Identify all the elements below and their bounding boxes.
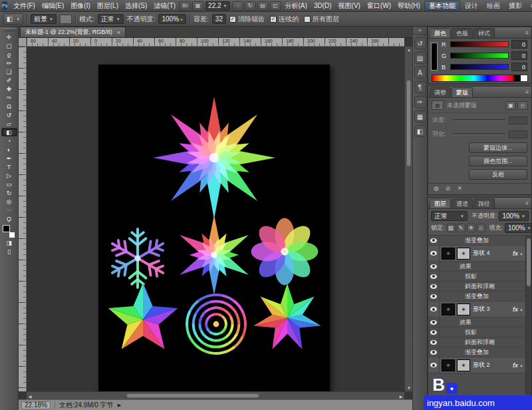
menu-item[interactable]: 文件(F) (10, 1, 39, 10)
horizontal-scrollbar[interactable]: ◀ ▶ (27, 391, 404, 399)
document-tab[interactable]: 未标题-1 @ 22.2%(背景, RGB/8) × (20, 27, 126, 37)
paint-bucket-tool[interactable]: ◧ (1, 128, 17, 136)
workspace-button[interactable]: 摄影 (505, 1, 526, 10)
workspace-button[interactable]: 绘画 (483, 1, 504, 10)
scrollbar-thumb[interactable] (406, 80, 411, 166)
option-checkbox[interactable]: ✓连续的 (270, 15, 299, 24)
launch-bridge-icon[interactable]: Br (180, 1, 191, 11)
zoom-level-field[interactable]: 22.2▼ (205, 1, 229, 11)
type-tool[interactable]: T (1, 162, 17, 171)
tolerance-field[interactable]: 32 (212, 14, 226, 24)
3d-rotate-tool[interactable]: ↻ (1, 188, 17, 197)
lock-paint-icon[interactable]: ✎ (457, 224, 466, 232)
mask-slider-track[interactable] (453, 133, 505, 135)
mask-button[interactable]: 蒙版边缘... (469, 142, 527, 153)
menu-item[interactable]: 分析(A) (282, 1, 311, 10)
visibility-toggle[interactable] (428, 302, 440, 317)
zoom-tool[interactable]: Ϙ (1, 214, 17, 223)
3d-orbit-tool[interactable]: ◎ (1, 197, 17, 206)
layer-name[interactable]: 形状 3 (473, 305, 513, 313)
status-expand-icon[interactable]: ▶ (118, 403, 121, 408)
layer-vector-mask-thumbnail[interactable]: ✶ (457, 304, 470, 315)
layer-row[interactable]: ✶✶形状 2fx▲ (428, 357, 525, 373)
layer-effect-row[interactable]: 渐变叠加 (428, 292, 525, 302)
panel-brush-icon[interactable]: ✑ (414, 96, 426, 108)
layer-fill-field[interactable]: 100%▼ (505, 223, 532, 233)
mode-select[interactable]: 正常▼ (98, 14, 124, 24)
panel-info-icon[interactable]: ▤ (414, 52, 426, 64)
scrollbar-thumb[interactable] (527, 238, 531, 286)
status-zoom-field[interactable]: 22.18% (21, 401, 51, 409)
panel-menu-icon[interactable]: ≡ (525, 200, 529, 206)
arrange-documents-icon[interactable]: ▤ (257, 1, 269, 11)
vertical-scrollbar[interactable]: ▲ ▼ (404, 47, 412, 391)
eraser-tool[interactable]: ▱ (1, 119, 17, 128)
visibility-toggle[interactable] (428, 272, 440, 281)
menu-item[interactable]: 3D(D) (311, 1, 335, 10)
option-checkbox[interactable]: ✓消除锯齿 (229, 15, 265, 24)
lock-move-icon[interactable]: ✛ (467, 224, 475, 232)
menu-item[interactable]: 图层(L) (94, 1, 122, 10)
mask-button[interactable]: 反相 (469, 169, 527, 180)
lock-transparency-icon[interactable]: ▨ (447, 224, 456, 232)
path-selection-tool[interactable]: ▷ (1, 171, 17, 180)
brush-tool[interactable]: ✑ (1, 93, 17, 102)
visibility-toggle[interactable] (428, 236, 440, 245)
menu-item[interactable]: 滤镜(T) (150, 1, 179, 10)
workspace-button[interactable]: 基本功能 (424, 1, 460, 11)
screen-mode-button[interactable]: ▯ (1, 247, 17, 256)
hand-icon[interactable]: ☜ (232, 1, 243, 11)
layer-effect-row[interactable]: 渐变叠加 (428, 347, 525, 357)
channel-slider[interactable] (450, 64, 509, 70)
expand-panels-icon[interactable]: « (413, 27, 427, 35)
tab-蒙版[interactable]: 蒙版 (452, 87, 473, 97)
tab-颜色[interactable]: 颜色 (430, 28, 451, 38)
menu-item[interactable]: 图像(I) (67, 1, 93, 10)
layer-fx-badge[interactable]: fx (513, 306, 518, 313)
layer-thumbnail[interactable]: ✶ (442, 359, 455, 371)
layer-thumbnail[interactable]: ✶ (442, 304, 455, 315)
close-tab-icon[interactable]: × (117, 29, 120, 36)
mask-load-icon[interactable]: ◍ (434, 185, 439, 192)
tab-色板[interactable]: 色板 (452, 28, 473, 38)
tab-调整[interactable]: 调整 (430, 87, 451, 97)
menu-item[interactable]: 编辑(E) (39, 1, 67, 10)
foreground-color-indicator[interactable] (431, 43, 438, 71)
add-vector-mask-icon[interactable]: ◇ (517, 101, 528, 110)
move-tool[interactable]: ✛ (1, 33, 17, 41)
blur-tool[interactable]: ◔ (1, 136, 17, 145)
tab-图层[interactable]: 图层 (430, 198, 451, 208)
panel-character-icon[interactable]: A (414, 67, 426, 79)
layer-effect-row[interactable]: 投影 (428, 272, 525, 282)
pattern-swatch[interactable] (60, 15, 72, 24)
checkbox-icon[interactable] (304, 16, 311, 23)
layers-scrollbar[interactable] (525, 236, 531, 407)
layer-name[interactable]: 形状 2 (473, 361, 513, 369)
visibility-toggle[interactable] (428, 262, 440, 271)
checkbox-icon[interactable]: ✓ (229, 16, 236, 23)
tab-通道[interactable]: 通道 (452, 198, 473, 208)
quick-selection-tool[interactable]: ✏ (1, 59, 17, 67)
shape-tool[interactable]: ▭ (1, 180, 17, 188)
visibility-toggle[interactable] (428, 347, 440, 357)
layer-effect-row[interactable]: 效果 (428, 262, 525, 272)
eyedropper-tool[interactable]: ✐ (1, 76, 17, 85)
fill-source-select[interactable]: 前景▼ (31, 14, 57, 24)
history-brush-tool[interactable]: ↺ (1, 110, 17, 119)
crop-tool[interactable]: ❏ (1, 67, 17, 76)
tool-preset-picker[interactable]: ◧ ▼ (3, 13, 23, 25)
dodge-tool[interactable]: ◐ (1, 145, 17, 154)
layer-fx-badge[interactable]: fx (513, 362, 518, 369)
workspace-button[interactable]: 设计 (461, 1, 482, 10)
layer-effect-row[interactable]: 斜面和浮雕 (428, 337, 525, 347)
clone-stamp-tool[interactable]: Ω (1, 102, 17, 110)
tab-样式[interactable]: 样式 (473, 28, 495, 38)
marquee-tool[interactable]: ▢ (1, 41, 17, 50)
fx-collapse-icon[interactable]: ▲ (519, 363, 523, 367)
fx-collapse-icon[interactable]: ▲ (519, 308, 523, 311)
menu-item[interactable]: 窗口(W) (364, 1, 394, 10)
layer-vector-mask-thumbnail[interactable]: ✶ (457, 359, 470, 371)
foreground-color-swatch[interactable] (3, 225, 10, 232)
opacity-field[interactable]: 100%▸ (158, 14, 186, 24)
visibility-toggle[interactable] (428, 282, 440, 291)
